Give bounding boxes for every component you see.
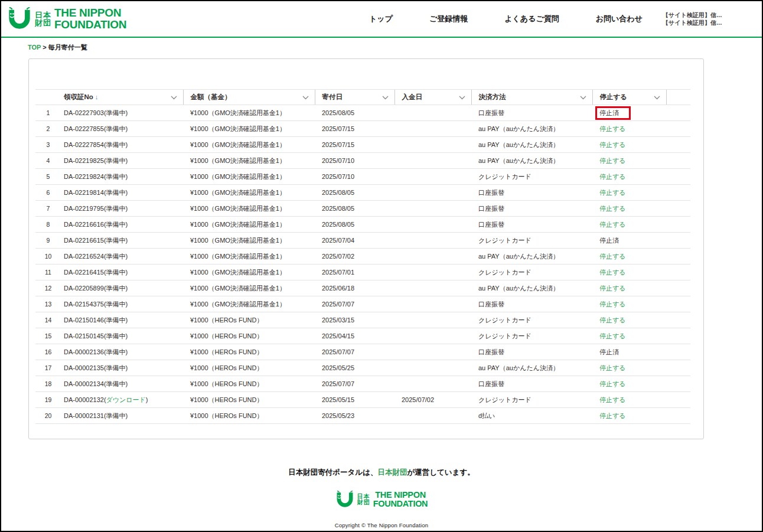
receipt-no-text: DA-00002136( bbox=[64, 348, 106, 355]
receipt-no-text: ) bbox=[126, 269, 128, 276]
receipt-download-link[interactable]: ダウンロード bbox=[106, 396, 146, 403]
row-number-cell: 18 bbox=[35, 376, 61, 392]
receipt-no-cell: DA-02150145(準備中) bbox=[61, 328, 183, 344]
stop-link[interactable]: 停止する bbox=[599, 301, 626, 308]
receipt-no-text: ) bbox=[126, 189, 128, 196]
nav-item-faq[interactable]: よくあるご質問 bbox=[504, 14, 559, 24]
receipt-no-text: DA-00002135( bbox=[64, 364, 106, 371]
donation-date-cell: 2025/07/07 bbox=[315, 296, 394, 312]
receipt-no-text: DA-02219825( bbox=[64, 157, 106, 164]
receipt-no-cell: DA-02219825(準備中) bbox=[61, 153, 183, 169]
logo-jp-text: 日本財団 bbox=[357, 494, 370, 505]
empty-cell bbox=[666, 376, 690, 392]
receipt-status-text: 準備中 bbox=[106, 316, 126, 324]
stop-link[interactable]: 停止する bbox=[599, 285, 626, 292]
receipt-status-text: 準備中 bbox=[106, 189, 126, 196]
amount-cell: ¥1000（GMO決済確認用基金1） bbox=[183, 233, 315, 249]
payment-method-cell: クレジットカード bbox=[471, 328, 592, 344]
nippon-foundation-footer-logo[interactable]: 日本財団 THE NIPPONFOUNDATION bbox=[335, 490, 428, 509]
footer-nippon-foundation-link[interactable]: 日本財団 bbox=[377, 468, 407, 476]
nippon-foundation-logo[interactable]: 日本財団 THE NIPPONFOUNDATION bbox=[7, 6, 126, 31]
receipt-no-text: DA-02150145( bbox=[64, 332, 106, 340]
stop-link[interactable]: 停止する bbox=[599, 189, 626, 196]
table-row: 8DA-02216616(準備中)¥1000（GMO決済確認用基金1）2025/… bbox=[35, 217, 690, 233]
donation-date-cell: 2025/05/23 bbox=[315, 408, 394, 424]
empty-cell bbox=[666, 280, 690, 296]
donation-date-cell: 2025/07/10 bbox=[315, 169, 394, 185]
stop-link[interactable]: 停止する bbox=[599, 173, 626, 180]
stop-cell: 停止する bbox=[592, 408, 666, 424]
payment-method-cell: au PAY（auかんたん決済） bbox=[471, 121, 592, 137]
payment-method-cell: クレジットカード bbox=[471, 392, 592, 408]
amount-cell: ¥1000（GMO決済確認用基金1） bbox=[183, 105, 315, 121]
payment-date-cell bbox=[394, 217, 471, 233]
receipt-no-text: ) bbox=[126, 125, 128, 132]
receipt-no-cell: DA-02216616(準備中) bbox=[61, 217, 183, 233]
receipt-no-cell: DA-02216415(準備中) bbox=[61, 265, 183, 280]
filter-chevron-icon[interactable] bbox=[654, 94, 660, 101]
stop-link[interactable]: 停止する bbox=[599, 364, 626, 371]
site-header: 日本財団 THE NIPPONFOUNDATION トップ ご登録情報 よくある… bbox=[1, 1, 762, 37]
account-verify-text[interactable]: 【サイト検証用】信… 【サイト検証用】信… bbox=[663, 11, 752, 27]
receipt-no-cell: DA-02219814(準備中) bbox=[61, 185, 183, 201]
donation-date-cell: 2025/03/15 bbox=[315, 312, 394, 328]
stop-link[interactable]: 停止する bbox=[599, 253, 626, 260]
stop-link[interactable]: 停止する bbox=[599, 332, 626, 340]
donation-date-header: 寄付日 bbox=[315, 90, 394, 105]
filter-chevron-icon[interactable] bbox=[459, 94, 465, 101]
payment-method-cell: au PAY（auかんたん決済） bbox=[471, 280, 592, 296]
stop-cell: 停止する bbox=[592, 328, 666, 344]
stop-link[interactable]: 停止する bbox=[599, 269, 626, 276]
breadcrumb-top-link[interactable]: TOP bbox=[28, 44, 41, 51]
payment-date-cell bbox=[394, 280, 471, 296]
stop-link[interactable]: 停止する bbox=[599, 380, 626, 387]
stop-link[interactable]: 停止する bbox=[599, 221, 626, 228]
stop-link[interactable]: 停止する bbox=[599, 316, 626, 324]
stop-link[interactable]: 停止する bbox=[599, 412, 626, 419]
filter-chevron-icon[interactable] bbox=[580, 94, 586, 101]
receipt-status-text: 準備中 bbox=[106, 348, 126, 355]
payment-date-cell bbox=[394, 137, 471, 153]
nav-item-top[interactable]: トップ bbox=[369, 14, 393, 24]
amount-cell: ¥1000（GMO決済確認用基金1） bbox=[183, 153, 315, 169]
row-number-cell: 9 bbox=[35, 233, 61, 249]
receipt-status-text: 準備中 bbox=[106, 364, 126, 371]
amount-cell: ¥1000（GMO決済確認用基金1） bbox=[183, 280, 315, 296]
filter-chevron-icon[interactable] bbox=[302, 94, 309, 101]
table-row: 4DA-02219825(準備中)¥1000（GMO決済確認用基金1）2025/… bbox=[35, 153, 690, 169]
copyright-text: Copyright © The Nippon Foundation bbox=[1, 522, 762, 528]
nav-item-contact[interactable]: お問い合わせ bbox=[596, 14, 643, 24]
payment-method-cell: 口座振替 bbox=[471, 296, 592, 312]
row-number-cell: 8 bbox=[35, 217, 61, 233]
payment-method-cell: au PAY（auかんたん決済） bbox=[471, 153, 592, 169]
stop-cell: 停止する bbox=[592, 185, 666, 201]
stop-link[interactable]: 停止する bbox=[599, 141, 626, 148]
receipt-no-cell: DA-02227903(準備中) bbox=[61, 105, 183, 121]
sort-desc-icon[interactable]: ↓ bbox=[95, 93, 99, 100]
stop-link[interactable]: 停止する bbox=[599, 205, 626, 212]
row-number-cell: 2 bbox=[35, 121, 61, 137]
donation-date-cell: 2025/08/05 bbox=[315, 217, 394, 233]
monthly-donation-table: 領収証No↓ 金額（基金） 寄付日 bbox=[35, 89, 690, 424]
table-row: 10DA-02216524(準備中)¥1000（GMO決済確認用基金1）2025… bbox=[35, 249, 690, 265]
receipt-no-cell: DA-02227855(準備中) bbox=[61, 121, 183, 137]
nav-item-registration-info[interactable]: ご登録情報 bbox=[429, 14, 468, 24]
receipt-no-text: ) bbox=[126, 332, 128, 340]
row-number-cell: 5 bbox=[35, 169, 61, 185]
stop-link[interactable]: 停止する bbox=[599, 125, 626, 132]
row-number-cell: 7 bbox=[35, 201, 61, 217]
receipt-no-text: DA-02219795( bbox=[64, 205, 106, 212]
empty-cell bbox=[666, 217, 690, 233]
receipt-no-text: DA-02216616( bbox=[64, 221, 106, 228]
amount-cell: ¥1000（HEROs FUND） bbox=[183, 392, 315, 408]
receipt-no-text: ) bbox=[126, 221, 128, 228]
stop-link[interactable]: 停止する bbox=[599, 157, 626, 164]
stop-link[interactable]: 停止する bbox=[599, 396, 626, 403]
receipt-no-cell: DA-00002135(準備中) bbox=[61, 360, 183, 376]
receipt-no-cell: DA-02219824(準備中) bbox=[61, 169, 183, 185]
payment-date-cell bbox=[394, 233, 471, 249]
filter-chevron-icon[interactable] bbox=[171, 94, 177, 101]
stop-header: 停止する bbox=[592, 90, 666, 105]
filter-chevron-icon[interactable] bbox=[382, 94, 389, 101]
smiley-u-logo-icon bbox=[7, 6, 32, 31]
